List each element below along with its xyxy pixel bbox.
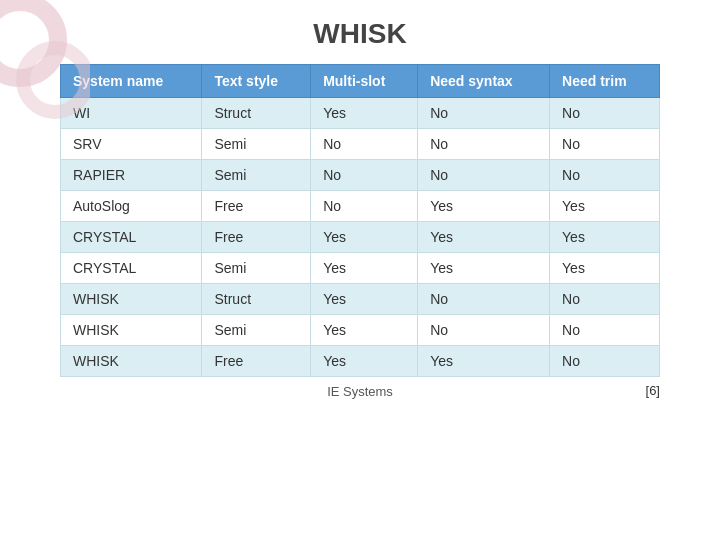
table-cell: No [418,98,550,129]
table-row: WHISKSemiYesNoNo [61,315,660,346]
table-cell: Yes [311,253,418,284]
table-cell: Struct [202,284,311,315]
table-cell: Yes [550,253,660,284]
table-cell: Yes [311,284,418,315]
table-cell: SRV [61,129,202,160]
table-cell: Yes [418,222,550,253]
table-cell: Yes [418,346,550,377]
table-cell: No [550,284,660,315]
table-cell: WHISK [61,315,202,346]
table-cell: No [418,129,550,160]
table-cell: No [311,160,418,191]
table-cell: Yes [418,253,550,284]
table-row: SRVSemiNoNoNo [61,129,660,160]
table-cell: Yes [550,191,660,222]
col-header-need-trim: Need trim [550,65,660,98]
table-cell: Semi [202,253,311,284]
table-cell: Free [202,191,311,222]
table-cell: Yes [418,191,550,222]
table-cell: Yes [311,315,418,346]
table-cell: Semi [202,160,311,191]
table-row: CRYSTALFreeYesYesYes [61,222,660,253]
table-cell: WHISK [61,346,202,377]
data-table-container: System name Text style Multi-slot Need s… [60,64,660,377]
table-cell: CRYSTAL [61,253,202,284]
table-cell: No [311,191,418,222]
table-cell: No [550,160,660,191]
table-cell: CRYSTAL [61,222,202,253]
reference-badge: [6] [646,383,660,398]
table-cell: No [418,315,550,346]
table-cell: RAPIER [61,160,202,191]
table-cell: Semi [202,315,311,346]
table-row: RAPIERSemiNoNoNo [61,160,660,191]
table-cell: No [550,98,660,129]
table-header-row: System name Text style Multi-slot Need s… [61,65,660,98]
decorative-circles [0,0,90,120]
table-cell: Semi [202,129,311,160]
col-header-need-syntax: Need syntax [418,65,550,98]
table-cell: No [550,315,660,346]
table-cell: No [550,346,660,377]
table-cell: No [311,129,418,160]
footer-area: IE Systems [6] [0,383,720,401]
table-row: AutoSlogFreeNoYesYes [61,191,660,222]
table-cell: WHISK [61,284,202,315]
table-row: WIStructYesNoNo [61,98,660,129]
table-cell: Yes [311,346,418,377]
table-row: WHISKFreeYesYesNo [61,346,660,377]
table-cell: Struct [202,98,311,129]
table-row: WHISKStructYesNoNo [61,284,660,315]
table-cell: Yes [311,98,418,129]
comparison-table: System name Text style Multi-slot Need s… [60,64,660,377]
col-header-multi-slot: Multi-slot [311,65,418,98]
table-cell: No [418,284,550,315]
table-cell: No [418,160,550,191]
table-cell: AutoSlog [61,191,202,222]
col-header-text-style: Text style [202,65,311,98]
ie-systems-label: IE Systems [327,383,393,401]
table-cell: Yes [550,222,660,253]
table-cell: No [550,129,660,160]
page-title: WHISK [0,0,720,64]
table-cell: Yes [311,222,418,253]
table-cell: Free [202,346,311,377]
table-cell: Free [202,222,311,253]
table-row: CRYSTALSemiYesYesYes [61,253,660,284]
